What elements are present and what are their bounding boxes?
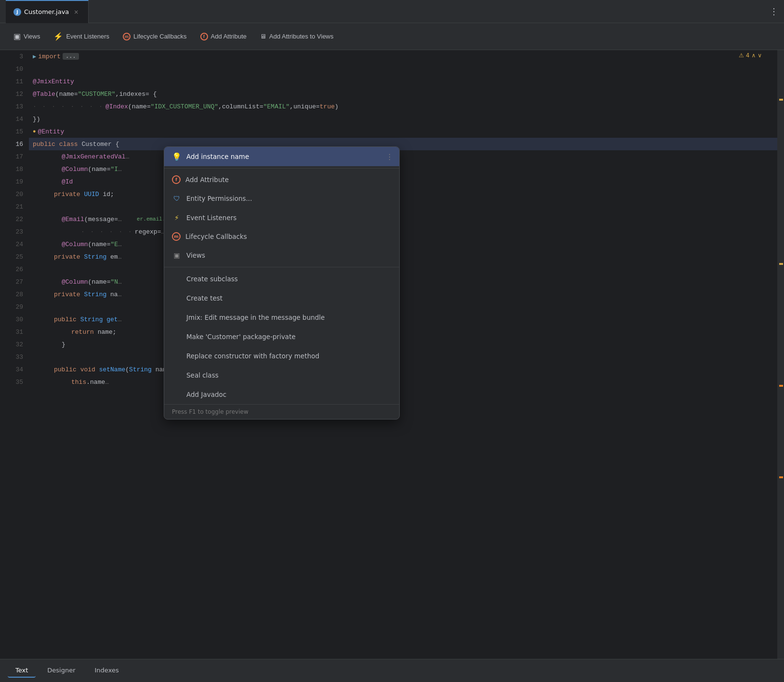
event-listeners-button[interactable]: ⚡ Event Listeners [48,29,115,44]
menu-item-label: Add Attribute [185,176,229,184]
add-attribute-menu-icon: f [172,175,181,184]
more-icon[interactable]: ⋮ [386,152,393,161]
add-attributes-to-views-button[interactable]: 🖥 Add Attributes to Views [254,30,339,43]
add-to-views-icon: 🖥 [260,33,266,40]
menu-divider-1 [164,168,399,169]
menu-item-lifecycle-callbacks[interactable]: m Lifecycle Callbacks [164,227,399,246]
code-line-34: public void setName(String name) { [29,363,777,376]
bottom-tab-designer[interactable]: Designer [39,664,83,678]
expand-icon[interactable]: ∧ [751,52,756,59]
scroll-marker-1 [779,99,783,101]
code-line-25: private String em… [29,250,777,263]
menu-item-add-javadoc[interactable]: Add Javadoc [164,385,399,404]
menu-item-views[interactable]: ▣ Views [164,246,399,265]
code-line-24: @Column(name = "E… [29,238,777,250]
popup-overlay: 💡 Add instance name ⋮ f Add Attribute 🛡 … [164,146,400,420]
code-line-22: @Email(message = … er.email.validation.E… [29,213,777,225]
menu-item-label: Lifecycle Callbacks [185,233,247,240]
menu-item-event-listeners[interactable]: ⚡ Event Listeners [164,208,399,227]
code-line-12: @Table(name = "CUSTOMER", indexes = { [29,88,777,100]
views-button[interactable]: ▣ Views [8,29,46,44]
menu-item-seal-class[interactable]: Seal class [164,366,399,385]
collapse-icon[interactable]: ∨ [758,52,762,59]
bottom-bar: Text Designer Indexes [0,659,784,682]
code-content[interactable]: ⚠️ 4 ∧ ∨ ▶ import ... @JmixEntity @Table… [29,50,777,659]
line-18: 18 [0,163,29,175]
more-options-button[interactable]: ⋮ [770,6,778,16]
menu-item-replace-constructor[interactable]: Replace constructor with factory method [164,346,399,366]
lifecycle-menu-icon: m [172,232,181,241]
menu-item-label: Add Javadoc [186,391,226,398]
scroll-marker-3 [779,385,783,387]
code-line-33 [29,351,777,363]
menu-divider-2 [164,267,399,267]
add-attribute-button[interactable]: f Add Attribute [195,30,252,43]
code-line-20: private UUID id; [29,188,777,200]
add-attribute-label: Add Attribute [211,33,247,40]
line-20: 20 [0,188,29,200]
line-28: 28 [0,288,29,301]
views-icon: ▣ [13,32,21,41]
menu-item-add-attribute[interactable]: f Add Attribute [164,170,399,189]
event-listeners-label: Event Listeners [66,33,109,40]
shield-icon: 🛡 [172,194,182,203]
customer-tab[interactable]: J Customer.java × [6,0,89,23]
menu-item-create-test[interactable]: Create test [164,289,399,308]
lifecycle-callbacks-button[interactable]: m Lifecycle Callbacks [117,30,193,43]
tab-label: Customer.java [24,8,69,15]
menu-item-add-instance-name[interactable]: 💡 Add instance name ⋮ [164,147,399,166]
empty-icon-6 [172,370,182,380]
bottom-tab-text[interactable]: Text [8,664,36,678]
bottom-tab-indexes[interactable]: Indexes [87,664,127,678]
code-line-14: }) [29,113,777,125]
menu-item-label: Add instance name [186,153,249,160]
menu-item-make-package-private[interactable]: Make 'Customer' package-private [164,327,399,346]
empty-icon-1 [172,274,182,284]
code-line-18: @Column(name = "I… [29,163,777,175]
right-scrollbar[interactable] [777,50,784,659]
lightning-icon: ⚡ [53,32,63,41]
line-10: 10 [0,63,29,75]
add-attributes-to-views-label: Add Attributes to Views [269,33,333,40]
line-32: 32 [0,338,29,351]
line-13: 13 [0,100,29,113]
context-menu: 💡 Add instance name ⋮ f Add Attribute 🛡 … [164,146,400,420]
code-line-27: @Column(name = "N… [29,275,777,288]
editor-area: 3 10 11 12 13 14 15 16 17 18 19 20 21 22… [0,50,784,659]
empty-icon-2 [172,293,182,303]
menu-item-jmix-edit-message[interactable]: Jmix: Edit message in the message bundle [164,308,399,327]
code-line-26 [29,263,777,275]
code-line-29 [29,301,777,313]
menu-item-label: Make 'Customer' package-private [186,333,296,341]
views-label: Views [24,33,40,40]
menu-item-label: Views [186,251,205,259]
line-3: 3 [0,50,29,63]
tab-close-button[interactable]: × [72,8,80,16]
line-34: 34 [0,363,29,376]
code-line-23: · · · · · · regexp = … ") [29,225,777,238]
bulb-icon: 💡 [172,152,182,161]
line-29: 29 [0,301,29,313]
code-line-32: } [29,338,777,351]
collapsed-import[interactable]: ... [63,53,79,60]
empty-icon-7 [172,390,182,399]
line-21: 21 [0,200,29,213]
add-attribute-icon: f [200,33,208,40]
line-15: 15 [0,125,29,138]
footer-text: Press F1 to toggle preview [172,408,248,415]
code-line-3: ▶ import ... [29,50,777,63]
line-25: 25 [0,250,29,263]
line-27: 27 [0,275,29,288]
title-bar: J Customer.java × ⋮ [0,0,784,23]
line-numbers: 3 10 11 12 13 14 15 16 17 18 19 20 21 22… [0,50,29,659]
menu-item-entity-permissions[interactable]: 🛡 Entity Permissions... [164,189,399,208]
menu-item-label: Replace constructor with factory method [186,352,319,360]
line-33: 33 [0,351,29,363]
tab-area: J Customer.java × [6,0,89,23]
code-line-21 [29,200,777,213]
code-line-30: public String get… [29,313,777,326]
menu-item-create-subclass[interactable]: Create subclass [164,269,399,289]
code-line-11: @JmixEntity [29,75,777,88]
code-line-17: @JmixGeneratedVal… [29,150,777,163]
warning-icon: ⚠️ [739,52,744,59]
